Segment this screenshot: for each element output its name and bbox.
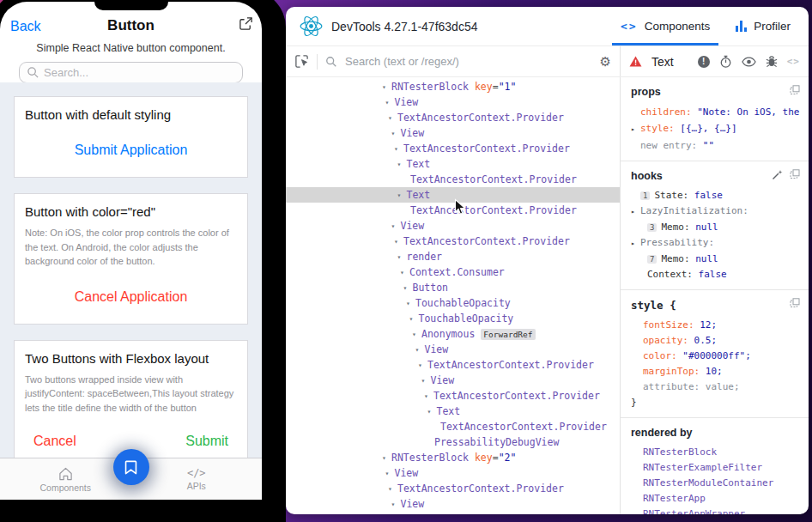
tree-row[interactable]: ▾TextAncestorContext.Provider: [286, 512, 620, 514]
tab-components[interactable]: <> Components: [608, 7, 723, 46]
rendered-by-item[interactable]: RNTesterModuleContainer: [631, 476, 802, 491]
share-icon[interactable]: [239, 16, 253, 31]
rendered-by-item[interactable]: RNTesterExampleFilter: [631, 460, 802, 476]
tree-row[interactable]: ▾RNTesterBlock key="1": [286, 79, 620, 94]
tab-components[interactable]: Components: [0, 458, 131, 500]
divider: [317, 54, 318, 70]
code-tag-icon: <>: [621, 20, 638, 33]
tree-row[interactable]: ▾TextAncestorContext.Provider: [286, 141, 620, 156]
example-list: Button with default stylingSubmit Applic…: [0, 82, 262, 458]
tree-row[interactable]: ▾View: [286, 125, 620, 141]
example-card: Two Buttons with Flexbox layoutTwo butto…: [14, 340, 248, 458]
rendered-by-item[interactable]: RNTesterBlock: [631, 445, 802, 460]
tree-row[interactable]: ▾Context.Consumer: [286, 264, 620, 280]
tree-row[interactable]: ▾View: [286, 94, 620, 110]
example-card: Button with default stylingSubmit Applic…: [14, 96, 248, 178]
devtools-title: DevTools 4.27.1-47f63dc54: [331, 20, 477, 33]
page-subtitle: Simple React Native button component.: [0, 42, 262, 54]
selected-element-label: Text: [651, 55, 674, 69]
tree-row[interactable]: ▾TouchableOpacity: [286, 311, 620, 326]
rendered-by-item[interactable]: RNTesterApp: [631, 491, 802, 507]
card-title: Two Buttons with Flexbox layout: [25, 351, 237, 366]
tree-row[interactable]: ▾RNTesterBlock key="2": [286, 450, 620, 465]
tree-row[interactable]: ▾TextAncestorContext.Provider: [286, 481, 620, 496]
react-logo-icon: [300, 15, 323, 37]
props-rows: children: "Note: On iOS, the▸style: [{…}…: [631, 104, 802, 154]
inspected-element-panel: props children: "Note: On iOS, the▸style…: [621, 77, 809, 514]
button-submit-application[interactable]: Submit Application: [75, 143, 188, 157]
hook-row: 3Memo: null: [631, 220, 802, 235]
tree-search-input[interactable]: [345, 55, 592, 68]
eye-icon[interactable]: [742, 57, 756, 67]
hooks-rows: 1State: false▸LazyInitialization:3Memo: …: [631, 188, 802, 282]
devtools-header: DevTools 4.27.1-47f63dc54 <> Components …: [286, 7, 809, 46]
rendered-by-rows: RNTesterBlockRNTesterExampleFilterRNTest…: [631, 445, 802, 514]
devtools-window: DevTools 4.27.1-47f63dc54 <> Components …: [286, 7, 809, 514]
tab-profiler[interactable]: Profiler: [723, 7, 803, 46]
tree-row[interactable]: ▾render: [286, 249, 620, 264]
style-row: opacity: 0.5;: [631, 333, 802, 349]
bug-icon[interactable]: [766, 55, 778, 68]
tree-row[interactable]: ▾View: [286, 496, 620, 512]
tree-row[interactable]: ▾AnonymousForwardRef: [286, 326, 620, 342]
bar-chart-icon: [736, 21, 747, 32]
prop-row: new entry: "": [631, 137, 802, 154]
hook-row[interactable]: ▸LazyInitialization:: [631, 203, 802, 220]
gear-icon[interactable]: ⚙: [600, 54, 611, 70]
tree-row[interactable]: TextAncestorContext.Provider: [286, 419, 620, 434]
copy-icon[interactable]: [790, 85, 800, 95]
copy-icon[interactable]: [790, 169, 800, 180]
tree-row[interactable]: ▾TextAncestorContext.Provider: [286, 388, 620, 404]
tree-row[interactable]: ▾TextAncestorContext.Provider: [286, 234, 620, 249]
tree-row[interactable]: ▾View: [286, 373, 620, 388]
tree-row[interactable]: ▾Text: [286, 187, 620, 203]
tree-row[interactable]: TextAncestorContext.Provider: [286, 203, 620, 218]
button-submit[interactable]: Submit: [185, 434, 228, 449]
warning-icon: [629, 56, 642, 67]
tree-row[interactable]: ▾View: [286, 465, 620, 481]
view-source-icon[interactable]: <>: [787, 56, 800, 67]
error-badge-icon[interactable]: !: [698, 56, 710, 68]
tab-apis[interactable]: </> APIs: [131, 458, 263, 500]
search-icon: [325, 56, 337, 68]
component-tree: ▾RNTesterBlock key="1"▾View▾TextAncestor…: [286, 77, 621, 514]
tree-row[interactable]: ▾Text: [286, 156, 620, 172]
button-cancel-application[interactable]: Cancel Application: [75, 289, 188, 304]
tree-row[interactable]: ▾Button: [286, 280, 620, 295]
tree-row[interactable]: ▾View: [286, 342, 620, 357]
wand-icon[interactable]: [772, 169, 783, 180]
tree-row[interactable]: ▾TouchableOpacity: [286, 295, 620, 311]
tree-row[interactable]: ▾Text: [286, 404, 620, 419]
copy-icon[interactable]: [790, 298, 800, 308]
tree-row[interactable]: ▾TextAncestorContext.Provider: [286, 357, 620, 373]
card-note: Two buttons wrapped inside view with jus…: [25, 373, 237, 416]
back-button[interactable]: Back: [10, 19, 41, 34]
tree-row[interactable]: ▾View: [286, 218, 620, 234]
style-rows: fontSize: 12;opacity: 0.5;color: "#00000…: [631, 318, 802, 395]
props-section-title: props: [631, 86, 802, 98]
tab-components-label: Components: [39, 483, 91, 493]
rendered-by-title: rendered by: [631, 427, 802, 439]
prop-row[interactable]: ▸style: [{…}, {…}]: [631, 120, 802, 137]
style-section: style { fontSize: 12;opacity: 0.5;color:…: [621, 290, 809, 418]
tree-row[interactable]: ▾TextAncestorContext.Provider: [286, 110, 620, 125]
stopwatch-icon[interactable]: [719, 55, 732, 69]
bookmark-icon: [124, 459, 138, 476]
bookmark-fab[interactable]: [113, 449, 149, 485]
tree-row[interactable]: TextAncestorContext.Provider: [286, 172, 620, 187]
style-row: fontSize: 12;: [631, 318, 802, 333]
inspect-icon[interactable]: [294, 54, 309, 69]
tab-components-label: Components: [645, 20, 711, 33]
rendered-by-section: rendered by RNTesterBlockRNTesterExample…: [621, 418, 809, 514]
hook-row[interactable]: ▸Pressability:: [631, 235, 802, 252]
button-cancel[interactable]: Cancel: [33, 434, 76, 449]
card-title: Button with color="red": [25, 204, 237, 219]
search-input[interactable]: [19, 62, 243, 83]
rendered-by-item[interactable]: RNTesterAppWrapper: [631, 507, 802, 514]
tab-profiler-label: Profiler: [754, 20, 791, 33]
card-title: Button with default styling: [25, 107, 237, 122]
card-note: Note: On iOS, the color prop controls th…: [25, 226, 237, 269]
phone-frame: Back Button Simple React Native button c…: [0, 0, 286, 522]
tree-row[interactable]: PressabilityDebugView: [286, 434, 620, 450]
home-icon: [58, 466, 74, 481]
